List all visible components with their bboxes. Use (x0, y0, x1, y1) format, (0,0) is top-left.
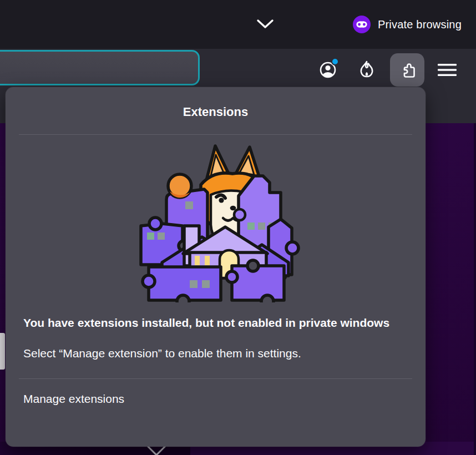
extensions-panel: Extensions (6, 87, 426, 447)
extensions-message-title: You have extensions installed, but not e… (23, 315, 395, 331)
flame-icon (358, 60, 376, 80)
window-titlebar: Private browsing (0, 0, 476, 49)
hamburger-menu-icon (437, 62, 457, 78)
private-browsing-indicator: Private browsing (353, 0, 462, 49)
fox-puzzle-houses-illustration (130, 141, 302, 302)
extensions-message-body: Select “Manage extension” to enable them… (23, 345, 408, 361)
flame-button[interactable] (355, 58, 379, 82)
chevron-down-icon[interactable] (254, 15, 276, 33)
extensions-puzzle-icon (398, 61, 416, 79)
panel-title: Extensions (6, 105, 426, 119)
private-browsing-mask-icon (353, 16, 371, 33)
address-bar-input[interactable] (0, 50, 200, 85)
account-button[interactable] (316, 58, 340, 82)
notification-dot (331, 58, 339, 65)
panel-divider-bottom (19, 378, 412, 379)
panel-divider-top (19, 134, 412, 135)
manage-extensions-button[interactable]: Manage extensions (6, 379, 426, 419)
private-browsing-label: Private browsing (378, 18, 462, 31)
page-edge-element (0, 333, 5, 370)
extensions-toolbar-button[interactable] (390, 53, 424, 87)
window-right-edge (474, 123, 476, 455)
app-menu-button[interactable] (435, 58, 459, 82)
